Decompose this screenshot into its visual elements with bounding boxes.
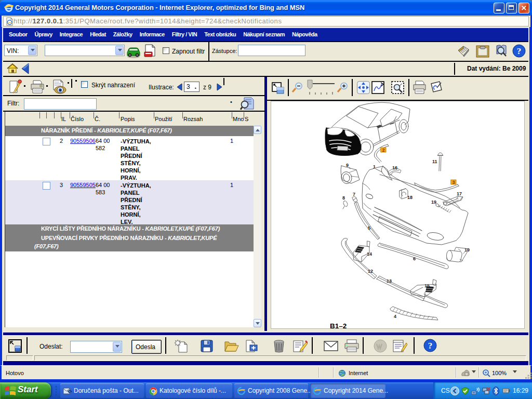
svg-text:17: 17 bbox=[457, 191, 462, 196]
svg-text:3: 3 bbox=[453, 180, 455, 185]
svg-text:11: 11 bbox=[432, 159, 437, 164]
svg-text:8: 8 bbox=[342, 195, 345, 201]
svg-text:16: 16 bbox=[392, 165, 397, 170]
svg-text:?: ? bbox=[517, 46, 522, 56]
svg-text:6: 6 bbox=[413, 256, 416, 261]
svg-text:18: 18 bbox=[407, 195, 413, 200]
svg-text:4: 4 bbox=[394, 314, 396, 319]
svg-text:10: 10 bbox=[464, 247, 470, 252]
svg-text:?: ? bbox=[428, 341, 433, 351]
svg-text:2: 2 bbox=[382, 148, 385, 153]
svg-text:19: 19 bbox=[431, 200, 436, 205]
svg-text:7: 7 bbox=[353, 192, 355, 197]
svg-text:B1–2: B1–2 bbox=[330, 322, 347, 328]
